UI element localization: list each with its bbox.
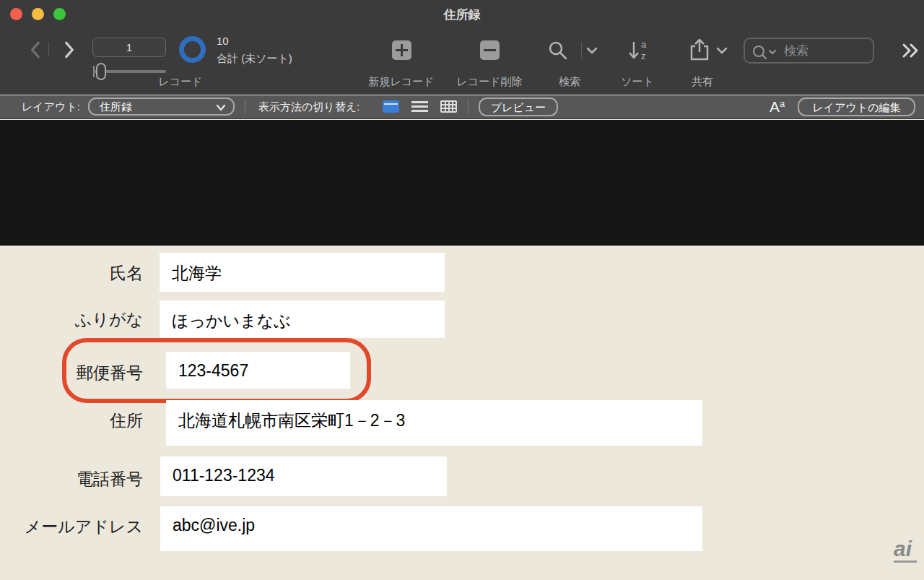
layout-header: 住所録 [0, 120, 924, 246]
nav-divider [48, 42, 49, 56]
quick-search-field[interactable] [744, 38, 874, 64]
form-view-icon[interactable] [383, 100, 399, 113]
view-switch-label: 表示方法の切り替え: [258, 100, 359, 114]
previous-record-button[interactable] [26, 40, 46, 60]
phone-field[interactable]: 011-123-1234 [160, 456, 447, 496]
table-view-icon[interactable] [440, 100, 457, 113]
svg-text:a: a [641, 39, 647, 50]
formatting-bar-toggle[interactable]: Aa [770, 98, 785, 116]
new-record-button[interactable]: 新規レコード [365, 75, 437, 89]
new-record-icon[interactable] [392, 40, 411, 60]
slider-thumb[interactable] [96, 63, 106, 80]
edit-layout-button[interactable]: レイアウトの編集 [798, 98, 915, 116]
svg-text:z: z [641, 51, 646, 61]
name-field[interactable]: 北海学 [160, 253, 445, 292]
watermark-subtext [894, 560, 917, 563]
sort-button[interactable]: ソート [612, 75, 663, 89]
furigana-field[interactable]: ほっかいまなぶ [160, 300, 445, 338]
quick-search-icon [752, 45, 781, 61]
found-set-pie-icon[interactable] [179, 36, 206, 63]
find-icon[interactable] [547, 40, 569, 61]
address-field[interactable]: 北海道札幌市南区栄町1－2－3 [166, 400, 702, 446]
layout-label: レイアウト: [22, 100, 80, 114]
list-view-icon[interactable] [411, 100, 428, 113]
share-button[interactable]: 共有 [677, 75, 728, 89]
sort-icon[interactable]: a z [627, 38, 651, 63]
next-record-button[interactable] [58, 40, 79, 60]
total-unsorted-label: 合計 (未ソート) [217, 52, 292, 66]
name-label: 氏名 [0, 262, 143, 285]
layout-bar: レイアウト: 住所録 表示方法の切り替え: プレビュー Aa レイアウトの編集 [0, 95, 924, 119]
share-chevron-icon[interactable] [716, 46, 728, 55]
record-form: 氏名 北海学 ふりがな ほっかいまなぶ 郵便番号 123-4567 住所 北海道… [0, 246, 924, 580]
formatting-toggle-small: a [780, 98, 785, 109]
layoutbar-divider2 [468, 100, 468, 114]
email-label: メールアドレス [0, 516, 143, 538]
total-record-count: 10 [217, 35, 229, 47]
toolbar: 住所録 1 10 合計 (未ソート) レコード 新規レコード レコード削除 検索… [0, 0, 924, 95]
delete-record-button[interactable]: レコード削除 [453, 75, 526, 89]
layout-popup-menu[interactable]: 住所録 [88, 98, 235, 116]
find-divider [581, 42, 582, 58]
phone-label: 電話番号 [0, 468, 143, 490]
find-button[interactable]: 検索 [548, 75, 591, 89]
watermark-text: ai [894, 537, 912, 560]
layout-popup-chevron-icon [216, 104, 226, 112]
preview-button[interactable]: プレビュー [479, 98, 558, 116]
layout-popup-value: 住所録 [100, 100, 132, 114]
layoutbar-divider [245, 100, 245, 114]
delete-record-icon[interactable] [480, 40, 500, 60]
furigana-label: ふりがな [0, 308, 143, 331]
window-title: 住所録 [0, 7, 924, 23]
share-icon[interactable] [688, 38, 711, 62]
email-field[interactable]: abc@ive.jp [160, 506, 702, 551]
quick-search-input[interactable] [783, 41, 869, 61]
formatting-toggle-large: A [770, 98, 780, 115]
record-number-field[interactable]: 1 [92, 38, 166, 57]
view-switcher [383, 100, 466, 113]
records-label: レコード [148, 75, 213, 89]
toolbar-overflow-icon[interactable] [901, 42, 921, 59]
address-label: 住所 [0, 410, 143, 432]
filemaker-window: 住所録 1 10 合計 (未ソート) レコード 新規レコード レコード削除 検索… [0, 0, 924, 580]
publisher-watermark: ai [894, 538, 917, 563]
red-circle-annotation [62, 338, 371, 403]
find-chevron-icon[interactable] [586, 46, 598, 55]
